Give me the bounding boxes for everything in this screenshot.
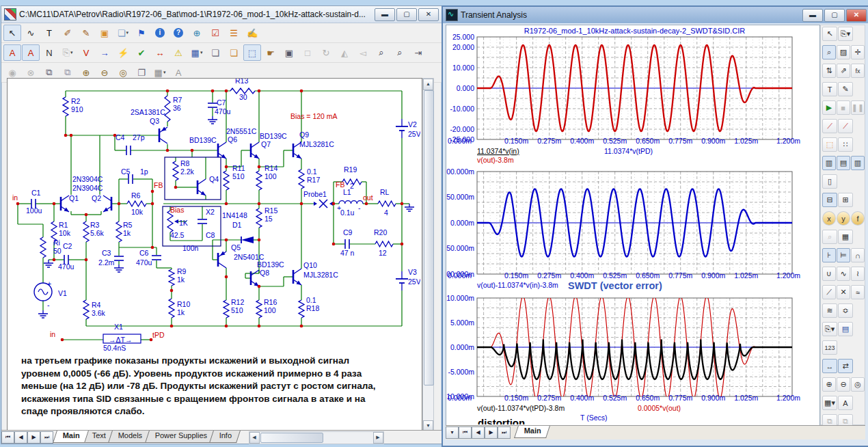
font-icon[interactable]: A [838, 396, 853, 410]
tab-main[interactable]: Main [53, 431, 89, 443]
tab-next-button[interactable]: ▶ [485, 426, 498, 439]
vertical-scale-icon[interactable]: ⇅ [822, 64, 836, 78]
paste-special-icon[interactable]: ⎘▾ [59, 44, 77, 61]
pin-connections-icon[interactable]: ↔ [151, 44, 169, 61]
tab-last-button[interactable]: ⏭ [498, 426, 511, 439]
table-edit-icon[interactable]: ▦ [838, 230, 853, 244]
pan-mode-icon[interactable]: ✛ [851, 45, 865, 59]
zoom-100-icon[interactable]: ◎ [851, 377, 865, 392]
run-icon[interactable]: ▶ [822, 100, 836, 115]
flip-vertical-icon[interactable]: ◭ [336, 44, 353, 61]
resistor[interactable] [299, 170, 304, 189]
scroll-thumb[interactable] [424, 90, 434, 385]
resistor[interactable] [169, 299, 174, 318]
scroll-right-arrow[interactable]: ▶ [373, 432, 383, 444]
info-icon[interactable]: i [151, 25, 169, 41]
plot-panel[interactable]: 25.00020.00010.0000.000-10.000-20.000-25… [446, 25, 820, 426]
component-bus-icon[interactable]: ▣ [96, 25, 113, 41]
legend-scaled-vout[interactable]: 0.0005*v(out) [638, 404, 681, 412]
schematic-titlebar[interactable]: C:\MC11\DATA\Petrov\Radio\R1972-06_Bat\m… [1, 6, 442, 23]
formula-text-icon[interactable]: fx [851, 64, 865, 78]
data-points-icon[interactable]: ∷ [838, 137, 853, 152]
maximize-button[interactable]: ▢ [396, 8, 417, 21]
caption-distortion[interactable]: distortion [478, 417, 525, 424]
tab-prev-button[interactable]: ◀ [472, 426, 485, 439]
diode[interactable] [241, 236, 254, 243]
tab-first-button[interactable]: ⏮ [459, 426, 472, 439]
x-axis-label[interactable]: T (Secs) [580, 414, 607, 422]
find-icon[interactable]: ⌕ [372, 44, 390, 61]
resistor[interactable] [223, 300, 229, 318]
resistor[interactable] [223, 171, 229, 190]
legend-v-out[interactable]: v(out)-3.8m [477, 156, 514, 164]
resistor[interactable] [378, 201, 396, 206]
close-button[interactable]: ✕ [846, 9, 867, 22]
legend-swdt[interactable]: v(out)-11.0374*v(in)-3.8m [477, 281, 558, 289]
wave-label-icon[interactable]: ∿ [837, 267, 850, 281]
picture-draw-icon[interactable]: ✎ [77, 25, 95, 41]
scroll-up-arrow[interactable]: ▲ [423, 79, 433, 90]
trace-distortion[interactable] [477, 339, 792, 379]
model-check-icon[interactable]: ☑ [206, 25, 224, 41]
baseline-icon[interactable]: ⊟ [822, 193, 837, 207]
hscroll-thumb[interactable] [260, 433, 323, 443]
slope-icon[interactable]: ⟋ [822, 285, 836, 299]
select-region-icon[interactable]: ⬚ [243, 44, 261, 61]
grid-toggle-icon[interactable]: ▦▾ [188, 44, 206, 61]
text-mode-icon[interactable]: T [822, 82, 837, 96]
properties-icon[interactable]: ☛ [262, 44, 280, 61]
scale-mode-icon[interactable]: ▨ [837, 45, 850, 59]
analysis-titlebar[interactable]: Transient Analysis ▬ ▢ ✕ [443, 7, 868, 23]
resistor[interactable] [165, 96, 170, 122]
select-icon[interactable]: ↖ [3, 25, 21, 41]
box-tool-icon[interactable]: □ [299, 44, 316, 61]
intersect-icon[interactable]: ✕ [837, 285, 850, 299]
goto-flag-icon[interactable]: ⇥ [409, 44, 427, 61]
select-frame-icon[interactable]: ▣ [280, 44, 298, 61]
tab-main[interactable]: Main [514, 426, 550, 438]
minimize-button[interactable]: ▬ [375, 8, 395, 21]
help-icon[interactable]: ? [169, 25, 187, 41]
resistor[interactable] [169, 269, 174, 286]
error-warning-icon[interactable]: ⚠ [169, 44, 187, 61]
valley-icon[interactable]: ∪ [822, 267, 836, 281]
legend-distortion[interactable]: v(out)-11.0374*v(tPD)-3.8m [477, 404, 565, 412]
stack-sep-icon[interactable]: ≎ [838, 303, 853, 318]
one-plot-icon[interactable]: ▥ [822, 156, 836, 170]
tab-info[interactable]: Info [209, 431, 241, 443]
rotate-icon[interactable]: ↻ [317, 44, 335, 61]
data-point-step-icon[interactable]: ⟋ [838, 119, 853, 133]
condition-check-icon[interactable]: ✔ [133, 44, 150, 61]
point-tag-icon[interactable]: ⇗ [837, 64, 850, 78]
scroll-left-arrow[interactable]: ◀ [249, 432, 260, 444]
tab-first-button[interactable]: ⏮ [1, 431, 14, 444]
resistor[interactable] [127, 201, 146, 206]
web-components-icon[interactable]: ⊕ [188, 25, 206, 41]
grid-pattern-icon[interactable]: ▦▾ [822, 396, 837, 410]
numeric-output-icon[interactable]: 123 [822, 340, 837, 355]
select-box-icon[interactable]: ⬚ [822, 137, 837, 152]
resistor[interactable] [116, 221, 122, 242]
x-axis-icon[interactable]: x [822, 211, 836, 226]
resistor[interactable] [299, 300, 304, 318]
y-axis-icon[interactable]: y [837, 211, 850, 226]
single-panel-icon[interactable]: ▯ [822, 174, 837, 189]
resistor[interactable] [83, 221, 89, 242]
schematic-horizontal-scrollbar[interactable]: ◀ ▶ [249, 431, 384, 444]
resistor[interactable] [63, 97, 68, 116]
f-axis-icon[interactable]: f [851, 211, 865, 226]
resistor[interactable] [375, 241, 393, 247]
line-draw-icon[interactable]: ✐ [59, 25, 77, 41]
file-stack-icon[interactable]: ☰ [225, 25, 243, 41]
node-voltages-icon[interactable]: V [77, 44, 95, 61]
schematic-canvas[interactable]: R29102SA1381CQ3R736C7470uR1330C427p2N390… [7, 78, 422, 431]
select-icon[interactable]: ↖ [822, 27, 837, 41]
search-icon[interactable]: ⌕ [822, 230, 837, 244]
tab-menu-button[interactable]: ▾ [446, 426, 459, 439]
properties-icon[interactable]: ✎ [838, 82, 853, 96]
compress-x-icon[interactable]: ⇄ [838, 359, 853, 373]
find-next-icon[interactable]: ⌕ [391, 44, 409, 61]
maximize-button[interactable]: ▢ [824, 9, 845, 22]
resistor[interactable] [173, 161, 178, 180]
attribute-text-icon[interactable]: A [3, 44, 21, 61]
